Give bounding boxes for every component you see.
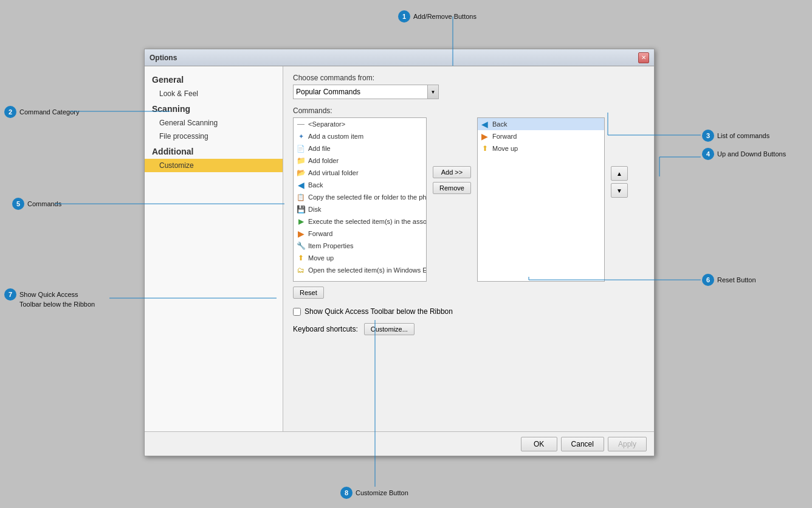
commands-list[interactable]: — <Separator> ✦ Add a custom item 📄 Add … <box>293 117 427 282</box>
choose-label: Choose commands from: <box>293 74 644 82</box>
sidebar-section-additional: Additional <box>145 143 283 159</box>
toolbar-back-icon: ◀ <box>480 119 490 129</box>
dropdown-row: Popular Commands ▼ <box>293 85 644 99</box>
show-toolbar-label: Show Quick Access Toolbar below the Ribb… <box>304 307 453 316</box>
cmd-forward[interactable]: ▶ Forward <box>294 228 426 240</box>
middle-buttons: Add >> Remove <box>433 117 471 194</box>
addcustom-icon: ✦ <box>296 131 306 141</box>
reset-button[interactable]: Reset <box>293 287 324 299</box>
execute-icon: ▶ <box>296 217 306 226</box>
annotation-1: 1 Add/Remove Buttons <box>398 10 477 23</box>
sidebar-section-scanning: Scanning <box>145 100 283 116</box>
customize-shortcuts-button[interactable]: Customize... <box>364 323 415 335</box>
annotation-2: 2 Command Category <box>4 106 79 118</box>
sidebar-item-lookfeel[interactable]: Look & Feel <box>145 87 283 100</box>
up-button[interactable]: ▲ <box>611 166 628 181</box>
dialog-title: Options <box>150 54 177 62</box>
remove-button[interactable]: Remove <box>433 182 471 194</box>
commands-label: Commands: <box>293 106 644 115</box>
dialog-body: General Look & Feel Scanning General Sca… <box>145 66 654 431</box>
sidebar-item-fileprocessing[interactable]: File processing <box>145 130 283 143</box>
checkbox-row: Show Quick Access Toolbar below the Ribb… <box>293 307 644 316</box>
commands-dropdown[interactable]: Popular Commands ▼ <box>293 85 439 99</box>
ok-button[interactable]: OK <box>521 437 557 451</box>
show-toolbar-checkbox[interactable] <box>293 308 301 316</box>
toolbar-list[interactable]: ◀ Back ▶ Forward ⬆ Move up <box>477 117 605 282</box>
annotation-3: 3 List of commands <box>702 130 769 142</box>
properties-icon: 🔧 <box>296 241 306 251</box>
toolbar-item-forward[interactable]: ▶ Forward <box>478 130 604 142</box>
add-button[interactable]: Add >> <box>433 166 471 178</box>
shortcuts-label: Keyboard shortcuts: <box>293 325 358 333</box>
windows-icon: 🗂 <box>296 265 306 275</box>
back-icon: ◀ <box>296 180 306 190</box>
annotation-4: 4 Up and Downd Buttons <box>702 148 786 160</box>
addvfolder-icon: 📂 <box>296 168 306 178</box>
main-content: Choose commands from: Popular Commands ▼… <box>283 66 654 431</box>
dialog-footer: OK Cancel Apply <box>145 431 654 456</box>
cmd-copy[interactable]: 📋 Copy the selected file or folder to th… <box>294 191 426 203</box>
toolbar-item-back[interactable]: ◀ Back <box>478 118 604 130</box>
annotation-5: 5 Commands <box>12 198 61 210</box>
cancel-button[interactable]: Cancel <box>561 437 604 451</box>
annotation-7: 7 Show Quick Access Toolbar below the Ri… <box>4 288 95 308</box>
shortcuts-row: Keyboard shortcuts: Customize... <box>293 323 644 335</box>
sidebar-item-customize[interactable]: Customize <box>145 159 283 172</box>
dropdown-arrow-icon[interactable]: ▼ <box>427 85 438 99</box>
dropdown-value: Popular Commands <box>294 85 427 99</box>
moveup-icon: ⬆ <box>296 253 306 263</box>
cmd-back[interactable]: ◀ Back <box>294 179 426 191</box>
panels-row: — <Separator> ✦ Add a custom item 📄 Add … <box>293 117 644 282</box>
cmd-execute[interactable]: ▶ Execute the selected item(s) in the as… <box>294 215 426 228</box>
cmd-addfolder[interactable]: 📁 Add folder <box>294 155 426 167</box>
sidebar: General Look & Feel Scanning General Sca… <box>145 66 283 431</box>
toolbar-forward-icon: ▶ <box>480 131 490 141</box>
cmd-openwindows[interactable]: 🗂 Open the selected item(s) in Windows E… <box>294 264 426 276</box>
addfolder-icon: 📁 <box>296 156 306 165</box>
cmd-disk[interactable]: 💾 Disk <box>294 203 426 215</box>
cmd-itemprops[interactable]: 🔧 Item Properties <box>294 240 426 252</box>
sidebar-section-general: General <box>145 71 283 87</box>
right-panel: ◀ Back ▶ Forward ⬆ Move up <box>477 117 605 282</box>
separator-icon: — <box>296 119 306 129</box>
toolbar-item-moveup[interactable]: ⬆ Move up <box>478 142 604 155</box>
apply-button[interactable]: Apply <box>608 437 647 451</box>
cmd-addvirtualfolder[interactable]: 📂 Add virtual folder <box>294 167 426 179</box>
options-dialog: Options ✕ General Look & Feel Scanning G… <box>144 49 655 456</box>
cmd-addfile[interactable]: 📄 Add file <box>294 142 426 155</box>
cmd-addcustom[interactable]: ✦ Add a custom item <box>294 130 426 142</box>
toolbar-moveup-icon: ⬆ <box>480 144 490 153</box>
down-button[interactable]: ▼ <box>611 183 628 198</box>
forward-icon: ▶ <box>296 229 306 238</box>
cmd-separator[interactable]: — <Separator> <box>294 118 426 130</box>
sidebar-item-generalscanning[interactable]: General Scanning <box>145 116 283 130</box>
annotation-8: 8 Customize Button <box>340 487 408 499</box>
cmd-moveup[interactable]: ⬆ Move up <box>294 252 426 264</box>
disk-icon: 💾 <box>296 204 306 214</box>
titlebar: Options ✕ <box>145 49 654 66</box>
annotation-6: 6 Reset Button <box>702 274 756 286</box>
close-button[interactable]: ✕ <box>638 52 649 63</box>
addfile-icon: 📄 <box>296 144 306 153</box>
updown-buttons: ▲ ▼ <box>611 117 628 198</box>
reset-row: Reset <box>293 287 644 299</box>
copy-icon: 📋 <box>296 192 306 202</box>
